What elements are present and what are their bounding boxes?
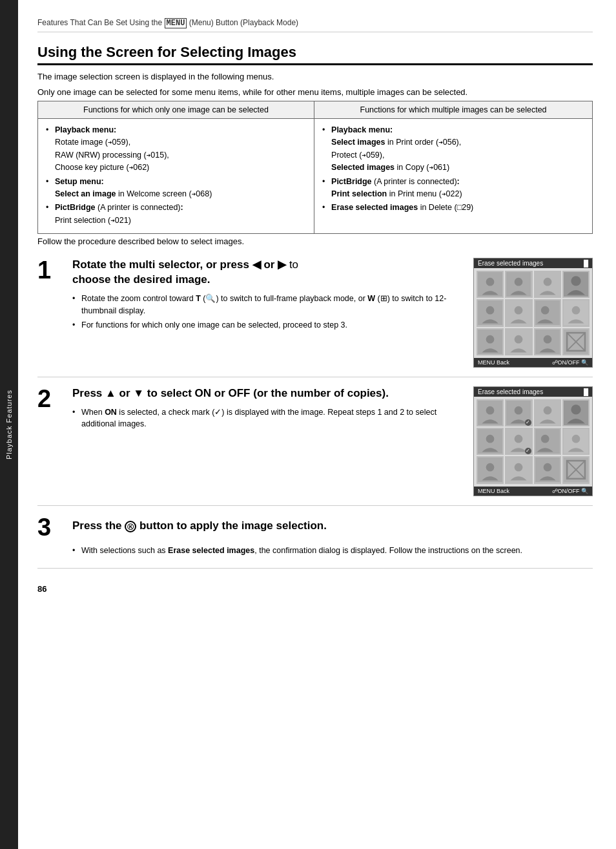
step-3-number: 3	[37, 515, 66, 540]
screen-1-footer-left: MENU Back	[478, 359, 509, 366]
step-2-bullet-1: When ON is selected, a check mark (✓) is…	[72, 406, 462, 431]
step-3-bullets: With selections such as Erase selected i…	[37, 545, 593, 557]
thumb-9	[477, 328, 504, 355]
col2-item-2: PictBridge	[331, 177, 372, 186]
thumb-s2-2	[505, 399, 532, 426]
step-3-header-row: 3 Press the Ⓚ button to apply the image …	[37, 515, 593, 540]
thumb-7	[534, 299, 561, 326]
thumb-4	[562, 271, 590, 298]
col1-item-2: Setup menu:	[55, 177, 104, 186]
thumb-s2-11	[534, 456, 561, 483]
step-intro: Follow the procedure described below to …	[37, 236, 593, 246]
svg-point-31	[543, 406, 551, 415]
thumb-s2-4	[562, 399, 590, 426]
thumb-s2-6	[505, 428, 532, 455]
col1-item-3: PictBridge	[55, 203, 96, 212]
thumb-s2-5	[477, 428, 504, 455]
step-1-content: Rotate the multi selector, or press ◀ or…	[72, 258, 462, 334]
thumb-s2-8	[562, 428, 590, 455]
step-2-block: 2 Press ▲ or ▼ to select ON or OFF (or t…	[37, 386, 593, 506]
screen-1-grid	[474, 268, 592, 358]
step-2-bullets: When ON is selected, a check mark (✓) is…	[72, 406, 462, 431]
svg-point-3	[515, 278, 523, 286]
svg-point-39	[540, 435, 549, 443]
col1-item-1: Playback menu:	[55, 125, 116, 134]
svg-point-35	[486, 435, 495, 443]
svg-point-5	[543, 278, 551, 286]
menu-word: MENU	[165, 18, 187, 28]
thumb-1	[477, 271, 504, 298]
thumb-5	[477, 299, 504, 326]
step-1-bullet-1: Rotate the zoom control toward T (🔍) to …	[72, 293, 462, 317]
step-2-screen: Erase selected images █	[473, 386, 593, 496]
thumb-11	[534, 328, 561, 355]
top-label: Features That Can Be Set Using the MENU …	[37, 18, 593, 32]
thumb-6	[505, 299, 532, 326]
svg-point-1	[486, 278, 495, 286]
screen-2-grid	[474, 397, 592, 487]
table-col1-body: Playback menu: Rotate image (➔059), RAW …	[38, 119, 314, 234]
thumb-12	[562, 328, 590, 355]
step-1-bullets: Rotate the zoom control toward T (🔍) to …	[72, 293, 462, 331]
svg-point-29	[515, 406, 523, 415]
screen-2-footer-left: MENU Back	[478, 488, 509, 494]
screen-1-title: Erase selected images █	[474, 258, 592, 268]
screen-2-footer-right: ☍ON/OFF 🔍	[552, 488, 589, 494]
step-3-bullet-1: With selections such as Erase selected i…	[72, 545, 593, 557]
table-col2-header: Functions for which multiple images can …	[314, 101, 593, 119]
step-1-number: 1	[37, 258, 66, 282]
thumb-8	[562, 299, 590, 326]
step-1-header: Rotate the multi selector, or press ◀ or…	[72, 258, 462, 288]
sidebar-label: Playback Features	[5, 390, 13, 459]
sidebar: Playback Features	[0, 0, 18, 849]
table-col1-header: Functions for which only one image can b…	[38, 101, 314, 119]
page-number: 86	[37, 578, 593, 594]
thumb-2	[505, 271, 532, 298]
intro-line-2: Only one image can be selected for some …	[37, 86, 593, 99]
step-2-header: Press ▲ or ▼ to select ON or OFF (or the…	[72, 386, 462, 401]
svg-point-15	[572, 306, 580, 315]
screen-1-footer: MENU Back ☍ON/OFF 🔍	[474, 358, 592, 367]
svg-point-9	[486, 306, 495, 315]
main-content: Features That Can Be Set Using the MENU …	[18, 0, 616, 849]
thumb-s2-7	[534, 428, 561, 455]
thumb-10	[505, 328, 532, 355]
intro-line-1: The image selection screen is displayed …	[37, 70, 593, 83]
step-3-block: 3 Press the Ⓚ button to apply the image …	[37, 515, 593, 569]
svg-point-45	[515, 463, 523, 472]
step-3-header: Press the Ⓚ button to apply the image se…	[72, 519, 327, 534]
step-1-bullet-2: For functions for which only one image c…	[72, 319, 462, 331]
camera-screen-1: Erase selected images █	[473, 258, 593, 368]
svg-point-19	[515, 335, 523, 343]
screen-2-footer: MENU Back ☍ON/OFF 🔍	[474, 487, 592, 496]
step-2-content: Press ▲ or ▼ to select ON or OFF (or the…	[72, 386, 462, 433]
svg-point-13	[540, 306, 549, 315]
ok-button-icon: Ⓚ	[125, 521, 136, 532]
screen-1-footer-right: ☍ON/OFF 🔍	[552, 359, 589, 366]
svg-point-33	[571, 404, 580, 414]
col2-item-3: Erase selected images	[331, 203, 418, 212]
section-title: Using the Screen for Selecting Images	[37, 44, 593, 65]
thumb-s2-1	[477, 399, 504, 426]
step-1-screen: Erase selected images █	[473, 258, 593, 368]
svg-point-41	[572, 435, 580, 443]
thumb-3	[534, 271, 561, 298]
screen-2-title: Erase selected images █	[474, 387, 592, 397]
svg-point-17	[486, 335, 495, 343]
table-col2-body: Playback menu: Select images in Print or…	[314, 119, 593, 234]
svg-point-7	[571, 276, 580, 286]
thumb-s2-12	[562, 456, 590, 483]
step-1-block: 1 Rotate the multi selector, or press ◀ …	[37, 258, 593, 377]
thumb-s2-3	[534, 399, 561, 426]
svg-point-47	[543, 463, 551, 472]
svg-point-37	[515, 435, 523, 443]
feature-table: Functions for which only one image can b…	[37, 101, 593, 234]
svg-point-27	[486, 406, 495, 415]
page: Playback Features Features That Can Be S…	[0, 0, 616, 849]
thumb-s2-9	[477, 456, 504, 483]
svg-point-43	[486, 463, 495, 472]
thumb-s2-10	[505, 456, 532, 483]
camera-screen-2: Erase selected images █	[473, 386, 593, 496]
col2-item-1: Playback menu:	[331, 125, 393, 134]
svg-point-11	[515, 306, 523, 315]
